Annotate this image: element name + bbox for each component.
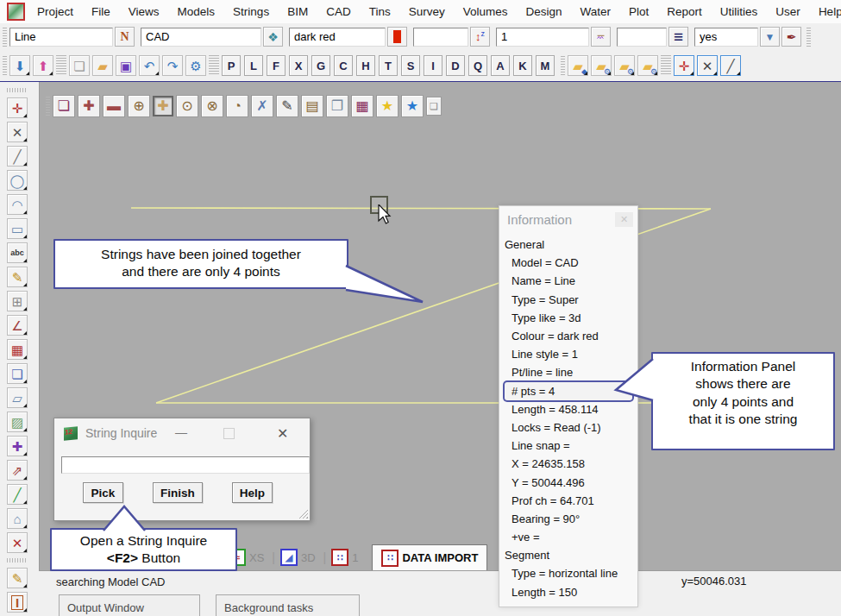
snap-toggle-button[interactable]: G (311, 55, 330, 76)
menu-item[interactable]: Report (667, 5, 702, 18)
zoom-extents-button[interactable]: ⊕ (128, 95, 150, 117)
information-row[interactable]: X = 24635.158 (505, 455, 637, 473)
export-button[interactable]: ⬆ (33, 55, 53, 76)
view-tab[interactable]: ∷ DATA IMPORT (372, 544, 487, 570)
polygon-button[interactable]: ▱ (7, 387, 28, 408)
information-row[interactable]: Line snap = (505, 437, 637, 455)
information-row[interactable]: Model = CAD (505, 254, 637, 272)
create-text-button[interactable]: abc (7, 242, 28, 263)
colour-input[interactable] (289, 28, 386, 47)
settings-button[interactable]: ⚙ (185, 55, 206, 76)
tinable-input[interactable] (694, 28, 758, 47)
redraw-button[interactable]: ✎ (276, 95, 298, 117)
plot-view-button[interactable]: ▤ (301, 95, 323, 117)
weight-input[interactable] (617, 28, 667, 47)
strings-folder-3-button[interactable]: ▰⚙ (637, 55, 658, 76)
snap-toggle-button[interactable]: S (401, 55, 420, 76)
points-snap-button[interactable]: ✕ (697, 55, 718, 76)
menu-item[interactable]: Help (819, 5, 841, 18)
edit-string-button[interactable]: ✎ (7, 267, 28, 287)
information-row[interactable]: Y = 50044.496 (505, 473, 637, 491)
eyedropper-button[interactable]: ✒ (781, 27, 801, 47)
menu-item[interactable]: Strings (233, 5, 269, 18)
information-row[interactable]: Prof ch = 64.701 (505, 492, 637, 510)
view-tab[interactable]: ◢ 3D (280, 549, 326, 566)
snap-toggle-button[interactable]: L (244, 55, 263, 76)
dialog-title-bar[interactable]: String Inquire — ✕ (54, 418, 310, 448)
string-inquire-input[interactable] (61, 456, 310, 474)
information-row[interactable]: Locks = Read (-1) (505, 418, 637, 437)
menu-item[interactable]: File (91, 5, 110, 18)
view-attributes-button[interactable]: ▦ (351, 95, 373, 117)
menu-item[interactable]: Survey (409, 5, 445, 18)
information-row[interactable]: # pts = 4 (505, 382, 632, 400)
menu-item[interactable]: Volumes (463, 5, 508, 18)
restore-view-button[interactable]: ❏ (426, 97, 442, 116)
maximize-icon[interactable] (223, 428, 235, 439)
create-rectangle-button[interactable]: ▭ (7, 218, 28, 239)
zoom-out-button[interactable]: ▬ (103, 95, 125, 117)
create-polygon-button[interactable]: ⌂ (7, 508, 28, 529)
strings-folder-2-button[interactable]: ▰⚙ (614, 55, 635, 76)
colour-line-button[interactable]: ╱ (7, 484, 28, 505)
minimize-icon[interactable]: — (175, 425, 187, 439)
menu-item[interactable]: Views (129, 5, 160, 18)
model-input[interactable] (141, 28, 261, 47)
dialog-button[interactable]: Help (232, 482, 273, 503)
delete-view-button[interactable]: ✗ (251, 95, 273, 117)
open-button[interactable]: ▰ (92, 55, 113, 76)
grid-button[interactable]: ▦ (7, 339, 28, 360)
information-row[interactable]: Pt/line = line (505, 363, 637, 381)
toolbar-grip[interactable] (561, 56, 565, 75)
measure-bearing-button[interactable]: ∠ (7, 315, 28, 336)
line-style-button[interactable] (591, 27, 611, 47)
dialog-button[interactable]: Pick (83, 482, 123, 503)
output-window-button[interactable]: Output Window (59, 594, 200, 616)
resize-grip[interactable] (298, 509, 308, 519)
toolbar-grip[interactable] (3, 56, 7, 75)
information-row[interactable]: Bearing = 90° (505, 510, 637, 528)
copy-element-button[interactable]: ❏ (7, 363, 28, 384)
height-button[interactable]: ↕z (470, 27, 490, 47)
zoom-previous-button[interactable]: ◔ (226, 95, 248, 117)
information-row[interactable]: Type = Super (505, 291, 637, 309)
snap-toggle-button[interactable]: H (356, 55, 375, 76)
import-button[interactable]: ⬇ (9, 55, 30, 76)
snap-toggle-button[interactable]: X (289, 55, 308, 76)
menu-item[interactable]: User (775, 5, 800, 18)
point-snap-button[interactable]: ✛ (674, 55, 694, 76)
menu-item[interactable]: BIM (287, 5, 308, 18)
save-button[interactable]: ▣ (116, 55, 136, 76)
redo-button[interactable]: ↷ (162, 55, 183, 76)
information-row[interactable]: Segment (505, 546, 637, 564)
close-icon[interactable]: ✕ (277, 425, 288, 442)
cascade-views-button[interactable]: ❏ (53, 95, 75, 117)
menu-item[interactable]: Design (526, 5, 562, 18)
information-row[interactable]: General (505, 236, 637, 254)
create-arc-button[interactable]: ◠ (7, 194, 28, 215)
snap-toggle-button[interactable]: K (513, 55, 532, 76)
zoom-scale-button[interactable]: ⊙ (176, 95, 198, 117)
view-tab[interactable]: ∷ 1 (331, 549, 358, 566)
cad-type-input[interactable] (9, 28, 113, 47)
freehand-draw-button[interactable]: ✎ (7, 568, 28, 588)
height-input[interactable] (413, 28, 468, 47)
snap-toggle-button[interactable]: P (222, 55, 241, 76)
information-row[interactable]: Line style = 1 (505, 345, 637, 363)
menu-item[interactable]: Project (37, 5, 73, 18)
toolbar-grip[interactable] (3, 28, 7, 47)
information-row[interactable]: +ve = (505, 528, 637, 546)
new-file-button[interactable]: ❏ (69, 55, 90, 76)
pan-button[interactable]: ✚ (153, 96, 173, 116)
zoom-in-button[interactable]: ✚ (78, 95, 100, 117)
offset-button[interactable]: ⇗ (7, 460, 28, 481)
snap-toggle-button[interactable]: Q (468, 55, 487, 76)
snap-toggle-button[interactable]: I (424, 55, 442, 76)
snap-toggle-button[interactable]: C (334, 55, 353, 76)
line-weight-button[interactable]: ≡ (668, 27, 688, 47)
snap-toggle-button[interactable]: F (267, 55, 286, 76)
dialog-button[interactable]: Finish (153, 482, 203, 503)
toolbar-grip[interactable] (46, 97, 50, 116)
insert-image-button[interactable]: ▨ (7, 412, 28, 432)
menu-item[interactable]: Models (178, 5, 216, 18)
